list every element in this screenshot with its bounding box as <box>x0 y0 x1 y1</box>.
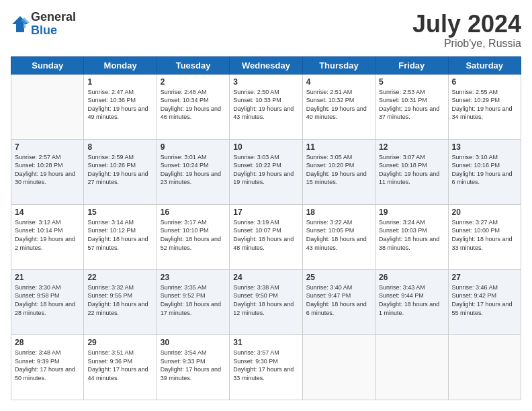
day-info: Sunrise: 2:55 AM Sunset: 10:29 PM Daylig… <box>452 88 517 122</box>
calendar-day-cell: 17Sunrise: 3:19 AM Sunset: 10:07 PM Dayl… <box>230 204 302 269</box>
day-number: 25 <box>306 273 371 282</box>
calendar-day-cell: 13Sunrise: 3:10 AM Sunset: 10:16 PM Dayl… <box>448 139 521 204</box>
day-number: 1 <box>87 77 152 87</box>
day-number: 6 <box>452 77 517 87</box>
day-number: 17 <box>233 208 298 217</box>
calendar-day-cell: 11Sunrise: 3:05 AM Sunset: 10:20 PM Dayl… <box>302 139 375 204</box>
day-number: 18 <box>306 208 371 217</box>
day-number: 3 <box>233 77 298 87</box>
col-sunday: Sunday <box>11 56 84 74</box>
day-info: Sunrise: 3:10 AM Sunset: 10:16 PM Daylig… <box>452 153 517 187</box>
col-friday: Friday <box>375 56 448 74</box>
calendar-day-cell: 16Sunrise: 3:17 AM Sunset: 10:10 PM Dayl… <box>157 204 229 269</box>
day-number: 14 <box>15 208 80 217</box>
logo: General Blue <box>11 11 76 38</box>
day-info: Sunrise: 3:57 AM Sunset: 9:30 PM Dayligh… <box>233 349 298 382</box>
day-info: Sunrise: 3:05 AM Sunset: 10:20 PM Daylig… <box>306 153 371 187</box>
calendar-day-cell: 31Sunrise: 3:57 AM Sunset: 9:30 PM Dayli… <box>230 334 302 400</box>
day-info: Sunrise: 3:27 AM Sunset: 10:00 PM Daylig… <box>452 218 517 252</box>
logo-blue: Blue <box>31 24 76 38</box>
day-number: 8 <box>87 142 152 152</box>
calendar-day-cell <box>11 74 84 139</box>
calendar-day-cell: 26Sunrise: 3:43 AM Sunset: 9:44 PM Dayli… <box>375 269 448 334</box>
day-number: 27 <box>452 273 517 282</box>
calendar-day-cell: 12Sunrise: 3:07 AM Sunset: 10:18 PM Dayl… <box>375 139 448 204</box>
calendar-day-cell: 4Sunrise: 2:51 AM Sunset: 10:32 PM Dayli… <box>302 74 375 139</box>
day-info: Sunrise: 3:03 AM Sunset: 10:22 PM Daylig… <box>233 153 298 187</box>
day-number: 7 <box>15 142 80 152</box>
calendar-day-cell: 10Sunrise: 3:03 AM Sunset: 10:22 PM Dayl… <box>230 139 302 204</box>
calendar-table: Sunday Monday Tuesday Wednesday Thursday… <box>11 56 521 400</box>
logo-general: General <box>31 11 76 24</box>
col-tuesday: Tuesday <box>157 56 229 74</box>
col-saturday: Saturday <box>448 56 521 74</box>
day-info: Sunrise: 2:48 AM Sunset: 10:34 PM Daylig… <box>161 88 226 122</box>
day-info: Sunrise: 3:19 AM Sunset: 10:07 PM Daylig… <box>233 218 298 252</box>
calendar-day-cell: 21Sunrise: 3:30 AM Sunset: 9:58 PM Dayli… <box>11 269 84 334</box>
day-number: 10 <box>233 142 298 152</box>
day-info: Sunrise: 3:51 AM Sunset: 9:36 PM Dayligh… <box>87 349 152 382</box>
day-number: 22 <box>87 273 152 282</box>
day-info: Sunrise: 3:48 AM Sunset: 9:39 PM Dayligh… <box>15 349 80 382</box>
calendar-day-cell: 29Sunrise: 3:51 AM Sunset: 9:36 PM Dayli… <box>84 334 157 400</box>
col-monday: Monday <box>84 56 157 74</box>
day-info: Sunrise: 2:57 AM Sunset: 10:28 PM Daylig… <box>15 153 80 187</box>
day-info: Sunrise: 2:53 AM Sunset: 10:31 PM Daylig… <box>379 88 444 122</box>
day-number: 30 <box>161 338 226 347</box>
header-row: Sunday Monday Tuesday Wednesday Thursday… <box>11 56 521 74</box>
day-number: 5 <box>379 77 444 87</box>
day-number: 24 <box>233 273 298 282</box>
calendar-day-cell: 24Sunrise: 3:38 AM Sunset: 9:50 PM Dayli… <box>230 269 302 334</box>
day-number: 26 <box>379 273 444 282</box>
day-info: Sunrise: 3:46 AM Sunset: 9:42 PM Dayligh… <box>452 283 517 317</box>
calendar-week-row: 1Sunrise: 2:47 AM Sunset: 10:36 PM Dayli… <box>11 74 521 139</box>
calendar-day-cell: 2Sunrise: 2:48 AM Sunset: 10:34 PM Dayli… <box>157 74 229 139</box>
calendar-day-cell: 8Sunrise: 2:59 AM Sunset: 10:26 PM Dayli… <box>84 139 157 204</box>
calendar-day-cell: 15Sunrise: 3:14 AM Sunset: 10:12 PM Dayl… <box>84 204 157 269</box>
day-info: Sunrise: 3:30 AM Sunset: 9:58 PM Dayligh… <box>15 283 80 317</box>
day-number: 13 <box>452 142 517 152</box>
day-info: Sunrise: 3:12 AM Sunset: 10:14 PM Daylig… <box>15 218 80 252</box>
day-number: 23 <box>161 273 226 282</box>
day-info: Sunrise: 2:51 AM Sunset: 10:32 PM Daylig… <box>306 88 371 122</box>
day-info: Sunrise: 3:17 AM Sunset: 10:10 PM Daylig… <box>161 218 226 252</box>
calendar-day-cell: 19Sunrise: 3:24 AM Sunset: 10:03 PM Dayl… <box>375 204 448 269</box>
col-thursday: Thursday <box>302 56 375 74</box>
day-info: Sunrise: 3:01 AM Sunset: 10:24 PM Daylig… <box>161 153 226 187</box>
title-month: July 2024 <box>412 11 521 38</box>
day-info: Sunrise: 3:32 AM Sunset: 9:55 PM Dayligh… <box>87 283 152 317</box>
day-number: 2 <box>161 77 226 87</box>
calendar-day-cell: 6Sunrise: 2:55 AM Sunset: 10:29 PM Dayli… <box>448 74 521 139</box>
calendar-day-cell: 20Sunrise: 3:27 AM Sunset: 10:00 PM Dayl… <box>448 204 521 269</box>
day-info: Sunrise: 2:50 AM Sunset: 10:33 PM Daylig… <box>233 88 298 122</box>
title-location: Priob'ye, Russia <box>412 38 521 50</box>
day-number: 31 <box>233 338 298 347</box>
day-info: Sunrise: 3:35 AM Sunset: 9:52 PM Dayligh… <box>161 283 226 317</box>
calendar-day-cell <box>448 334 521 400</box>
calendar-day-cell: 25Sunrise: 3:40 AM Sunset: 9:47 PM Dayli… <box>302 269 375 334</box>
day-info: Sunrise: 3:40 AM Sunset: 9:47 PM Dayligh… <box>306 283 371 317</box>
calendar-page: General Blue July 2024 Priob'ye, Russia … <box>0 0 532 411</box>
calendar-day-cell: 7Sunrise: 2:57 AM Sunset: 10:28 PM Dayli… <box>11 139 84 204</box>
col-wednesday: Wednesday <box>230 56 302 74</box>
calendar-day-cell: 30Sunrise: 3:54 AM Sunset: 9:33 PM Dayli… <box>157 334 229 400</box>
day-number: 4 <box>306 77 371 87</box>
day-info: Sunrise: 3:07 AM Sunset: 10:18 PM Daylig… <box>379 153 444 187</box>
day-info: Sunrise: 2:59 AM Sunset: 10:26 PM Daylig… <box>87 153 152 187</box>
calendar-day-cell: 23Sunrise: 3:35 AM Sunset: 9:52 PM Dayli… <box>157 269 229 334</box>
day-info: Sunrise: 3:24 AM Sunset: 10:03 PM Daylig… <box>379 218 444 252</box>
day-number: 28 <box>15 338 80 347</box>
day-number: 12 <box>379 142 444 152</box>
day-info: Sunrise: 3:43 AM Sunset: 9:44 PM Dayligh… <box>379 283 444 317</box>
svg-marker-0 <box>12 16 28 32</box>
logo-icon <box>11 15 30 34</box>
day-number: 11 <box>306 142 371 152</box>
calendar-week-row: 28Sunrise: 3:48 AM Sunset: 9:39 PM Dayli… <box>11 334 521 400</box>
calendar-day-cell: 3Sunrise: 2:50 AM Sunset: 10:33 PM Dayli… <box>230 74 302 139</box>
header: General Blue July 2024 Priob'ye, Russia <box>11 11 521 50</box>
calendar-day-cell: 5Sunrise: 2:53 AM Sunset: 10:31 PM Dayli… <box>375 74 448 139</box>
calendar-day-cell: 1Sunrise: 2:47 AM Sunset: 10:36 PM Dayli… <box>84 74 157 139</box>
day-number: 21 <box>15 273 80 282</box>
calendar-day-cell <box>302 334 375 400</box>
calendar-day-cell: 14Sunrise: 3:12 AM Sunset: 10:14 PM Dayl… <box>11 204 84 269</box>
